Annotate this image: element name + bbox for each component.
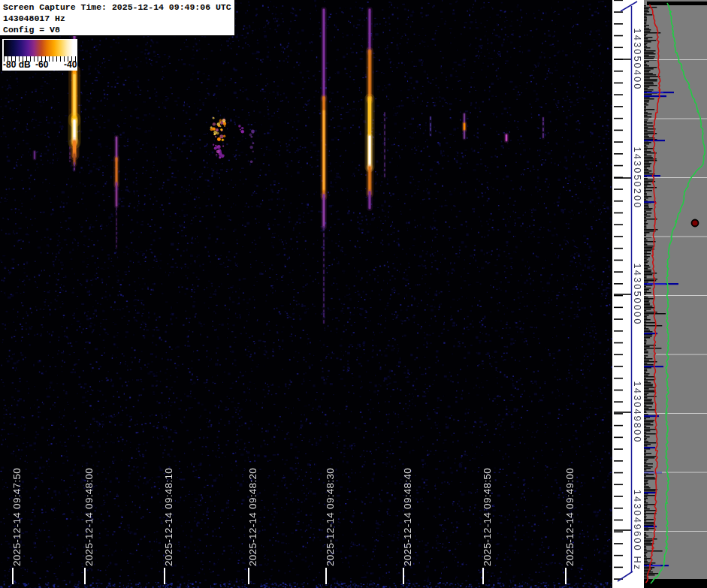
frequency-axis-label: 143050200 <box>632 146 643 209</box>
time-axis-label: 2025-12-14 09:48:50 <box>482 468 493 566</box>
time-axis-label: 2025-12-14 09:48:20 <box>247 468 258 566</box>
color-scale-legend: -80 dB -60 -40 <box>2 39 77 71</box>
legend-max-label: -40 <box>64 59 77 70</box>
time-axis-label: 2025-12-14 09:49:00 <box>564 468 576 566</box>
config-text: Config = V8 <box>3 24 234 35</box>
frequency-axis: 1430504001430502001430500001430498001430… <box>612 0 644 588</box>
frequency-axis-label: 143050400 <box>632 28 643 90</box>
time-axis-label: 2025-12-14 09:48:10 <box>163 468 174 566</box>
spectrum-side-panel <box>644 0 707 588</box>
frequency-axis-label: 143050000 <box>632 263 643 325</box>
legend-mid-label: -60 <box>35 59 48 70</box>
capture-info-box: Screen Capture Time: 2025-12-14 09:49:06… <box>0 0 235 36</box>
time-axis-tick <box>565 568 567 584</box>
time-axis-tick <box>164 568 165 584</box>
time-axis-tick <box>84 568 86 584</box>
frequency-axis-label: 143049600 Hz <box>632 490 643 571</box>
time-axis-tick <box>403 568 404 584</box>
time-axis-tick <box>325 568 327 584</box>
frequency-axis-label: 143049800 <box>632 381 643 443</box>
time-axis-label: 2025-12-14 09:47:50 <box>11 468 23 566</box>
capture-time-text: Screen Capture Time: 2025-12-14 09:49:06… <box>3 2 234 13</box>
time-axis-label: 2025-12-14 09:48:40 <box>402 468 413 566</box>
time-axis-tick <box>248 568 249 584</box>
capture-frequency-text: 143048017 Hz <box>3 13 234 24</box>
time-axis-tick <box>482 568 484 584</box>
time-axis-label: 2025-12-14 09:48:30 <box>325 468 336 566</box>
color-gradient-bar <box>4 40 76 56</box>
legend-min-label: -80 dB <box>3 59 31 70</box>
time-axis-tick <box>12 568 14 584</box>
screen-capture-app: Screen Capture Time: 2025-12-14 09:49:06… <box>0 0 707 588</box>
time-axis-label: 2025-12-14 09:48:00 <box>83 468 95 566</box>
